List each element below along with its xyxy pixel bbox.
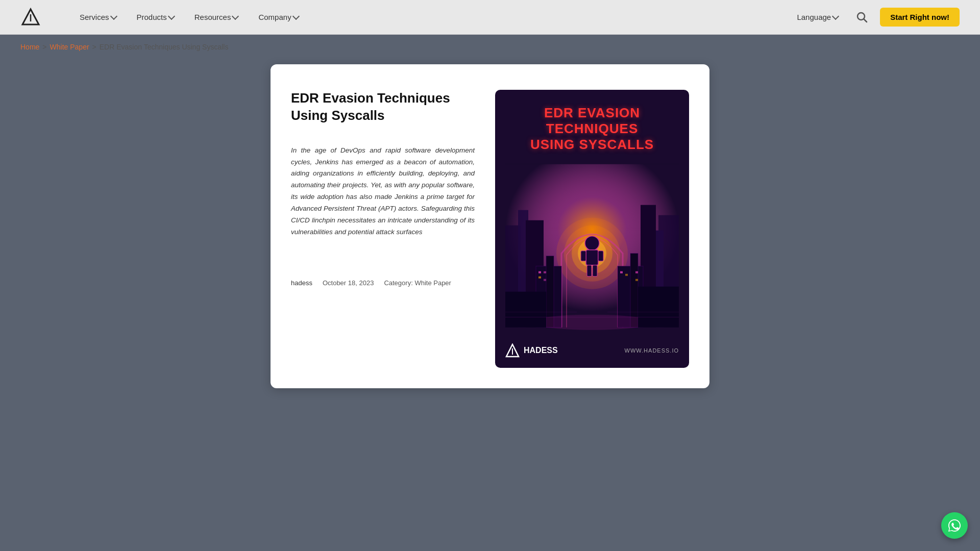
article-card: EDR Evasion Techniques Using Syscalls In… <box>271 64 709 388</box>
breadcrumb-separator-1: > <box>42 43 46 51</box>
svg-rect-32 <box>635 271 638 273</box>
svg-rect-35 <box>505 291 546 327</box>
main-content: EDR Evasion Techniques Using Syscalls In… <box>0 59 980 409</box>
image-visual <box>505 153 679 338</box>
article-title: EDR Evasion Techniques Using Syscalls <box>291 90 475 124</box>
nav-menu: Services Products Resources Company <box>71 9 780 26</box>
chevron-down-icon <box>832 12 839 19</box>
chevron-down-icon <box>232 12 239 19</box>
city-svg <box>505 153 679 338</box>
svg-rect-21 <box>593 265 597 276</box>
article-description: In the age of DevOps and rapid software … <box>291 145 475 239</box>
svg-rect-28 <box>538 276 541 278</box>
svg-point-34 <box>531 314 653 330</box>
svg-point-16 <box>585 236 599 250</box>
svg-rect-19 <box>598 251 603 261</box>
svg-rect-36 <box>638 286 679 327</box>
svg-rect-17 <box>586 249 598 265</box>
article-date: October 18, 2023 <box>323 279 374 287</box>
language-selector[interactable]: Language <box>791 9 844 26</box>
article-image-section: EDR EVASION TECHNIQUES USING SYSCALLS <box>495 90 689 368</box>
svg-rect-18 <box>581 251 586 261</box>
website-url: WWW.HADESS.IO <box>625 347 679 354</box>
chevron-down-icon <box>292 12 300 19</box>
breadcrumb: Home > White Paper > EDR Evasion Techniq… <box>0 35 980 59</box>
nav-products[interactable]: Products <box>129 9 182 26</box>
article-category: Category: White Paper <box>384 279 451 287</box>
hadess-brand-logo: HADESS <box>505 343 558 358</box>
start-now-button[interactable]: Start Right now! <box>880 8 960 27</box>
whatsapp-icon <box>947 518 962 533</box>
image-title: EDR EVASION TECHNIQUES USING SYSCALLS <box>505 105 679 153</box>
svg-rect-20 <box>587 265 592 276</box>
breadcrumb-white-paper[interactable]: White Paper <box>50 43 89 51</box>
breadcrumb-home[interactable]: Home <box>20 43 39 51</box>
nav-services[interactable]: Services <box>71 9 125 26</box>
logo[interactable] <box>20 7 41 28</box>
image-footer: HADESS WWW.HADESS.IO <box>505 338 679 358</box>
article-meta: hadess October 18, 2023 Category: White … <box>291 279 475 287</box>
article-author: hadess <box>291 279 312 287</box>
svg-rect-31 <box>625 273 628 276</box>
header-right: Language Start Right now! <box>791 8 960 27</box>
chevron-down-icon <box>168 12 175 19</box>
svg-rect-25 <box>630 253 638 327</box>
svg-rect-33 <box>635 279 638 281</box>
search-button[interactable] <box>852 8 872 27</box>
svg-rect-26 <box>538 271 541 273</box>
svg-rect-29 <box>544 279 546 281</box>
svg-rect-30 <box>620 271 623 273</box>
breadcrumb-separator-2: > <box>92 43 96 51</box>
svg-line-3 <box>864 19 867 22</box>
search-icon <box>856 12 868 23</box>
whatsapp-button[interactable] <box>941 512 968 539</box>
header: Services Products Resources Company Lang… <box>0 0 980 35</box>
chevron-down-icon <box>110 12 117 19</box>
article-cover-image: EDR EVASION TECHNIQUES USING SYSCALLS <box>495 90 689 368</box>
hadess-triangle-icon <box>505 343 520 358</box>
breadcrumb-current-page: EDR Evasion Techniques Using Syscalls <box>100 43 229 51</box>
article-text-section: EDR Evasion Techniques Using Syscalls In… <box>291 90 475 287</box>
svg-rect-27 <box>544 271 546 273</box>
nav-company[interactable]: Company <box>250 9 306 26</box>
logo-icon <box>20 7 41 28</box>
nav-resources[interactable]: Resources <box>186 9 247 26</box>
